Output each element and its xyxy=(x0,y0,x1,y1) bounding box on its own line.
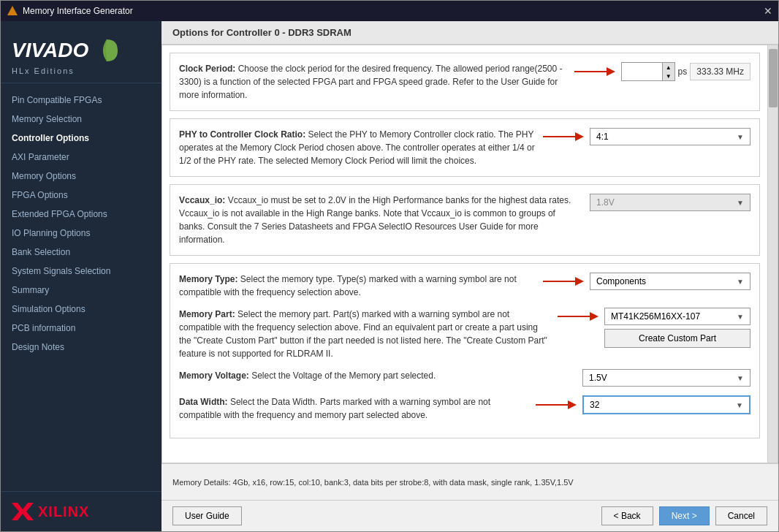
sidebar-item-system-signals[interactable]: System Signals Selection xyxy=(1,262,162,281)
ps-unit: ps xyxy=(678,66,688,77)
leaf-icon xyxy=(92,36,121,65)
sidebar-item-axi-parameter[interactable]: AXI Parameter xyxy=(1,148,162,167)
spinner-down-button[interactable]: ▼ xyxy=(663,72,674,80)
close-button[interactable]: ✕ xyxy=(764,5,772,17)
clock-period-section: Clock Period: Choose the clock period fo… xyxy=(170,53,760,111)
phy-ratio-row: PHY to Controller Clock Ratio: Select th… xyxy=(179,128,750,167)
memory-part-chevron: ▼ xyxy=(737,313,744,321)
sidebar-item-summary[interactable]: Summary xyxy=(1,281,162,300)
memory-part-selected: MT41K256M16XX-107 xyxy=(611,311,700,322)
vivado-logo: VIVADO xyxy=(12,36,151,65)
memory-type-controls: Components ▼ xyxy=(543,273,750,290)
memory-part-text: Memory Part: Select the memory part. Par… xyxy=(179,308,550,360)
phy-ratio-section: PHY to Controller Clock Ratio: Select th… xyxy=(170,118,760,177)
arrow-to-phy xyxy=(543,129,587,144)
memory-voltage-label: Memory Voltage: xyxy=(179,370,249,381)
data-width-controls: 32 ▼ xyxy=(536,395,750,414)
options-content: Clock Period: Choose the clock period fo… xyxy=(162,45,767,453)
vccaux-dropdown[interactable]: 1.8V ▼ xyxy=(590,194,750,211)
arrow-to-data-width xyxy=(536,398,580,412)
memory-part-row: Memory Part: Select the memory part. Par… xyxy=(179,308,750,360)
sidebar-logo: VIVADO HLx Editions xyxy=(1,21,162,83)
memory-part-controls: MT41K256M16XX-107 ▼ Create Custom Part xyxy=(558,308,750,348)
sidebar-item-memory-selection[interactable]: Memory Selection xyxy=(1,110,162,129)
vccaux-section: Vccaux_io: Vccaux_io must be set to 2.0V… xyxy=(170,184,760,256)
vccaux-label: Vccaux_io: xyxy=(179,195,225,205)
memory-type-row: Memory Type: Select the memory type. Typ… xyxy=(179,273,750,299)
sidebar-item-io-planning[interactable]: IO Planning Options xyxy=(1,224,162,243)
vccaux-selected: 1.8V xyxy=(596,197,615,208)
sidebar-item-extended-fpga[interactable]: Extended FPGA Options xyxy=(1,205,162,224)
data-width-dropdown[interactable]: 32 ▼ xyxy=(582,395,750,414)
clock-period-label: Clock Period: xyxy=(179,64,235,74)
sidebar-item-design-notes[interactable]: Design Notes xyxy=(1,338,162,357)
create-custom-part-button[interactable]: Create Custom Part xyxy=(604,329,750,348)
sidebar-item-simulation[interactable]: Simulation Options xyxy=(1,300,162,319)
phy-ratio-text: PHY to Controller Clock Ratio: Select th… xyxy=(179,128,536,167)
vccaux-controls: 1.8V ▼ xyxy=(590,194,750,211)
memory-voltage-selected: 1.5V xyxy=(589,373,607,383)
memory-type-chevron: ▼ xyxy=(737,278,744,286)
memory-type-label: Memory Type: xyxy=(179,274,238,284)
data-width-text: Data Width: Select the Data Width. Parts… xyxy=(179,395,528,422)
app-icon xyxy=(7,5,18,17)
phy-ratio-label: PHY to Controller Clock Ratio: xyxy=(179,129,305,140)
data-width-row: Data Width: Select the Data Width. Parts… xyxy=(179,395,750,422)
memory-voltage-controls: 1.5V ▼ xyxy=(582,369,750,387)
memory-details-text: Memory Details: 4Gb, x16, row:15, col:10… xyxy=(172,478,767,487)
memory-type-dropdown[interactable]: Components ▼ xyxy=(590,273,750,290)
vccaux-text: Vccaux_io: Vccaux_io must be set to 2.0V… xyxy=(179,194,582,246)
arrow-to-memory-type xyxy=(543,274,587,289)
scrollbar-track[interactable] xyxy=(767,45,778,463)
footer-left: User Guide xyxy=(172,506,242,525)
clock-controls-row: 3,000 ▲ ▼ ps 333.33 MHz xyxy=(574,62,750,81)
next-button[interactable]: Next > xyxy=(659,506,710,525)
memory-type-part-section: Memory Type: Select the memory type. Typ… xyxy=(170,263,760,438)
vccaux-chevron: ▼ xyxy=(737,199,744,207)
clock-period-controls: 3,000 ▲ ▼ ps 333.33 MHz xyxy=(574,62,750,81)
memory-voltage-row: Memory Voltage: Select the Voltage of th… xyxy=(179,369,750,387)
options-scroll-area[interactable]: Clock Period: Choose the clock period fo… xyxy=(162,45,778,463)
arrow-to-memory-part xyxy=(558,309,601,324)
hlx-editions: HLx Editions xyxy=(12,66,151,75)
window-title: Memory Interface Generator xyxy=(23,6,764,16)
memory-voltage-desc: Select the Voltage of the Memory part se… xyxy=(251,370,436,381)
spinner-up-button[interactable]: ▲ xyxy=(663,63,674,72)
back-button[interactable]: < Back xyxy=(601,506,653,525)
vccaux-desc: Vccaux_io must be set to 2.0V in the Hig… xyxy=(179,195,571,245)
arrow-to-clock xyxy=(574,64,618,79)
xilinx-logo: XILINX xyxy=(12,503,151,520)
vccaux-row: Vccaux_io: Vccaux_io must be set to 2.0V… xyxy=(179,194,750,246)
main-window: Memory Interface Generator ✕ VIVADO HLx … xyxy=(0,0,779,532)
footer-right: < Back Next > Cancel xyxy=(601,506,767,525)
phy-ratio-selected: 4:1 xyxy=(596,132,609,142)
sidebar-item-memory-options[interactable]: Memory Options xyxy=(1,167,162,186)
sidebar-item-fpga-options[interactable]: FPGA Options xyxy=(1,186,162,205)
main-content: VIVADO HLx Editions Pin Compatible FPGAs… xyxy=(1,21,778,531)
clock-period-spinner[interactable]: 3,000 ▲ ▼ xyxy=(621,62,675,81)
sidebar-item-pin-compatible[interactable]: Pin Compatible FPGAs xyxy=(1,91,162,110)
clock-period-row: Clock Period: Choose the clock period fo… xyxy=(179,62,750,102)
sidebar-item-pcb[interactable]: PCB information xyxy=(1,319,162,338)
footer: User Guide < Back Next > Cancel xyxy=(162,500,778,531)
memory-type-text: Memory Type: Select the memory type. Typ… xyxy=(179,273,536,299)
memory-voltage-chevron: ▼ xyxy=(737,374,744,382)
cancel-button[interactable]: Cancel xyxy=(715,506,767,525)
user-guide-button[interactable]: User Guide xyxy=(172,506,242,525)
clock-period-input[interactable]: 3,000 xyxy=(622,64,662,80)
scrollbar-thumb[interactable] xyxy=(769,49,778,107)
phy-ratio-dropdown[interactable]: 4:1 ▼ xyxy=(590,128,750,145)
memory-voltage-dropdown[interactable]: 1.5V ▼ xyxy=(582,369,750,387)
memory-details-bar: Memory Details: 4Gb, x16, row:15, col:10… xyxy=(162,463,778,500)
memory-part-dropdown[interactable]: MT41K256M16XX-107 ▼ xyxy=(604,308,750,325)
sidebar-item-bank-selection[interactable]: Bank Selection xyxy=(1,243,162,262)
panel-header: Options for Controller 0 - DDR3 SDRAM xyxy=(162,21,778,45)
sidebar-nav: Pin Compatible FPGAs Memory Selection Co… xyxy=(1,83,162,491)
xilinx-icon xyxy=(12,503,34,520)
clock-period-text: Clock Period: Choose the clock period fo… xyxy=(179,62,567,102)
data-width-selected: 32 xyxy=(590,400,599,410)
titlebar: Memory Interface Generator ✕ xyxy=(1,1,778,21)
phy-ratio-controls: 4:1 ▼ xyxy=(543,128,750,145)
svg-marker-0 xyxy=(7,6,18,15)
sidebar-item-controller-options[interactable]: Controller Options xyxy=(1,129,162,148)
